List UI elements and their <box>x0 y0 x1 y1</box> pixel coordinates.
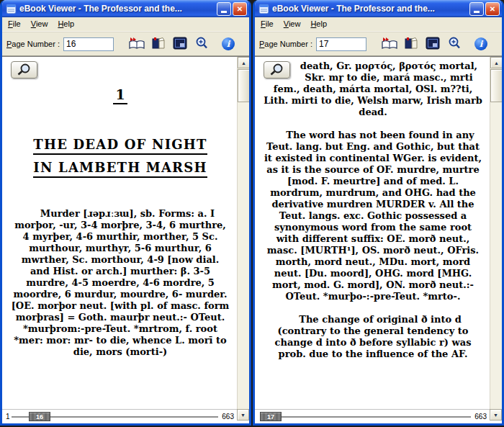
scroll-up-button[interactable]: ▲ <box>238 57 250 68</box>
view-mode-icon <box>426 37 440 52</box>
menu-view[interactable]: View <box>279 18 306 30</box>
page-content: death, Gr. μορτός, βροτός mortal, Skr. m… <box>255 57 490 409</box>
menu-view[interactable]: View <box>26 18 53 30</box>
scrollbar-thumb[interactable] <box>238 69 250 102</box>
scroll-down-icon: ▼ <box>493 413 498 418</box>
chapter-title-line-2: IN LAMBETH MARSH <box>33 160 207 178</box>
minimize-icon <box>221 11 227 13</box>
slider-max-label: 663 <box>474 413 487 421</box>
ebook-viewer-window-right: eBook Viewer - The Professor and the... … <box>253 0 504 426</box>
paragraph: Murder [ɹəpɹːɜɯ], sb. Forms: a. I morþor… <box>11 208 230 358</box>
scroll-up-icon: ▲ <box>494 60 499 66</box>
zoom-button[interactable] <box>192 34 212 54</box>
slider-handle[interactable]: 16 <box>29 412 50 421</box>
scroll-down-button[interactable]: ▼ <box>237 409 249 421</box>
slider-handle-value: 16 <box>36 413 43 421</box>
menu-help[interactable]: Help <box>305 18 332 30</box>
close-icon: ✕ <box>490 5 495 13</box>
titlebar[interactable]: eBook Viewer - The Professor and the... … <box>2 0 249 17</box>
paragraph: The change of original ð into d (contrar… <box>264 314 482 360</box>
desktop: eBook Viewer - The Professor and the... … <box>0 0 504 427</box>
vertical-scrollbar[interactable]: ▲ <box>237 57 249 409</box>
magnifier-icon <box>194 36 209 53</box>
minimize-icon <box>474 11 480 13</box>
window-title: eBook Viewer - The Professor and the... <box>272 4 468 14</box>
titlebar[interactable]: eBook Viewer - The Professor and the... … <box>255 0 502 17</box>
menu-help[interactable]: Help <box>53 18 79 30</box>
close-button[interactable]: ✕ <box>233 2 247 16</box>
chapter-title: THE DEAD OF NIGHT IN LAMBETH MARSH <box>11 137 230 175</box>
app-icon <box>258 4 269 14</box>
slider-max-label: 663 <box>222 413 234 421</box>
content-area: 1 THE DEAD OF NIGHT IN LAMBETH MARSH Mur… <box>2 56 249 423</box>
goto-page-icon <box>382 37 397 52</box>
info-button[interactable]: i <box>471 34 491 54</box>
vertical-scrollbar[interactable]: ▲ <box>490 57 502 409</box>
paragraph: The word has not been found in any Teut.… <box>264 130 482 302</box>
goto-page-button[interactable] <box>379 34 400 54</box>
scroll-up-icon: ▲ <box>241 60 246 66</box>
page-number-input[interactable] <box>316 37 366 51</box>
flip-page-icon <box>404 37 418 52</box>
slider-track[interactable] <box>264 416 471 418</box>
scroll-down-icon: ▼ <box>240 413 246 418</box>
flip-page-button[interactable] <box>148 34 168 54</box>
slider-handle-value: 17 <box>267 413 274 421</box>
info-icon: i <box>474 37 487 50</box>
chapter-number: 1 <box>113 86 127 104</box>
page-number-label: Page Number : <box>259 40 312 48</box>
content-area: death, Gr. μορτός, βροτός mortal, Skr. m… <box>255 56 502 423</box>
window-title: eBook Viewer - The Professor and the... <box>19 4 215 14</box>
magnifier-icon <box>447 36 462 53</box>
paragraph: death, Gr. μορτός, βροτός mortal, Skr. m… <box>264 60 482 118</box>
view-mode-button[interactable] <box>423 34 443 54</box>
flip-page-icon <box>151 37 166 52</box>
zoom-button[interactable] <box>444 34 464 54</box>
page-slider[interactable]: 17 663 <box>255 409 490 423</box>
ebook-viewer-window-left: eBook Viewer - The Professor and the... … <box>0 0 251 426</box>
scrollbar-thumb[interactable] <box>490 69 503 102</box>
view-mode-icon <box>173 37 187 52</box>
page-content: 1 THE DEAD OF NIGHT IN LAMBETH MARSH Mur… <box>2 57 237 409</box>
view-mode-button[interactable] <box>170 34 190 54</box>
flip-page-button[interactable] <box>401 34 421 54</box>
page-number-label: Page Number : <box>6 40 60 48</box>
magnifier-icon <box>16 63 33 78</box>
goto-page-icon <box>129 37 145 52</box>
toolbar: Page Number : i <box>255 32 502 56</box>
info-icon: i <box>222 37 235 50</box>
menu-bar: File View Help <box>2 17 249 32</box>
menu-file[interactable]: File <box>256 18 279 30</box>
minimize-button[interactable] <box>217 2 231 16</box>
close-icon: ✕ <box>237 5 243 13</box>
close-button[interactable]: ✕ <box>485 2 500 16</box>
chapter-title-line-1: THE DEAD OF NIGHT <box>33 137 207 155</box>
minimize-button[interactable] <box>469 2 484 16</box>
menu-bar: File View Help <box>255 17 502 32</box>
scroll-down-button[interactable]: ▼ <box>490 409 502 421</box>
scroll-up-button[interactable]: ▲ <box>490 57 503 68</box>
menu-file[interactable]: File <box>3 18 26 30</box>
zoom-tool-button[interactable] <box>11 61 37 78</box>
info-button[interactable]: i <box>218 34 238 54</box>
zoom-tool-button[interactable] <box>264 61 290 78</box>
slider-min-label: 1 <box>6 413 10 421</box>
slider-handle[interactable]: 17 <box>260 412 282 421</box>
page-number-input[interactable] <box>63 37 114 51</box>
chapter-number-heading: 1 <box>11 86 230 102</box>
toolbar: Page Number : i <box>2 32 249 56</box>
app-icon <box>6 4 17 14</box>
goto-page-button[interactable] <box>127 34 147 54</box>
magnifier-icon <box>269 63 286 78</box>
page-slider[interactable]: 1 16 663 <box>2 409 237 423</box>
